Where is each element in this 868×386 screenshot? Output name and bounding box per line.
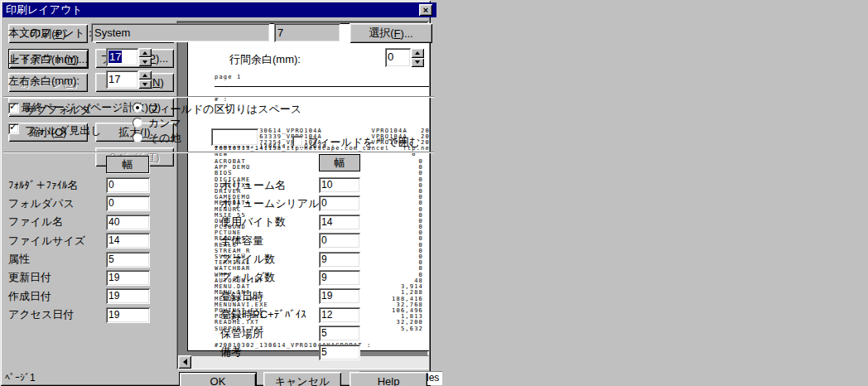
- top-bottom-margin-value: 17: [108, 51, 122, 63]
- separator-comma-radio[interactable]: [133, 118, 142, 128]
- spin-up-button[interactable]: [411, 48, 424, 58]
- field-label: ファイル数: [220, 252, 275, 267]
- dialog-titlebar[interactable]: 印刷レイアウト ×: [2, 2, 436, 17]
- status-page-label: ﾍﾟｰｼﾞ1: [5, 372, 36, 384]
- right-field-column: ボリューム名 10 ボリュームシリアル 0 使用バイト数 14 全体容量 0 フ…: [220, 177, 361, 360]
- radio-dot-icon: [136, 106, 139, 109]
- arrow-up-icon: [142, 74, 147, 77]
- field-width-input[interactable]: 5: [319, 326, 360, 341]
- line-space-spinner[interactable]: 0: [385, 48, 424, 67]
- left-right-margin-label: 左右余白(mm):: [8, 74, 80, 89]
- field-row: フォルダ数 9: [220, 270, 361, 286]
- field-row: アクセス日付 19: [8, 307, 151, 323]
- arrow-down-icon: [142, 83, 147, 86]
- check-icon: ✓: [9, 101, 17, 112]
- field-row: ファイル名 40: [8, 215, 151, 230]
- field-label: 全体容量: [220, 234, 263, 248]
- spin-down-button[interactable]: [411, 58, 424, 68]
- field-row: 備考 5: [220, 345, 361, 360]
- field-row: 作成日付 19: [8, 288, 151, 304]
- field-row: 登録日時 19: [220, 288, 361, 304]
- top-bottom-margin-label: 上下余白(mm):: [8, 52, 80, 67]
- field-label: ボリューム名: [220, 178, 286, 193]
- field-row: ファイルサイズ 14: [8, 233, 151, 248]
- left-right-margin-value: 17: [106, 70, 138, 89]
- font-size-field[interactable]: 7: [274, 23, 340, 42]
- field-width-input[interactable]: 9: [319, 252, 360, 268]
- arrow-up-icon: [415, 51, 420, 55]
- field-row: ファイル数 9: [220, 252, 361, 268]
- field-label: 作成日付: [8, 289, 51, 304]
- help-button[interactable]: Help: [350, 372, 427, 386]
- field-label: 登録時PC+ﾃﾞﾊﾞｲｽ: [220, 307, 306, 322]
- field-width-input[interactable]: 14: [106, 233, 150, 248]
- cancel-button[interactable]: キャンセル: [263, 372, 341, 386]
- separator-space-radio[interactable]: [133, 103, 142, 113]
- field-width-input[interactable]: 19: [319, 288, 360, 304]
- subfolder-checkbox[interactable]: ✓: [8, 103, 19, 113]
- separator: [3, 96, 434, 98]
- field-width-input[interactable]: 10: [319, 177, 360, 193]
- dialog-close-button[interactable]: ×: [419, 4, 432, 16]
- separator-other-input[interactable]: [211, 128, 258, 146]
- field-row: ボリュームシリアル 0: [220, 195, 361, 211]
- field-label: フォルダパス: [8, 196, 75, 211]
- separator-space-label: フィールドの区切りはスペース: [148, 102, 301, 117]
- field-label: フォルダ数: [220, 270, 275, 285]
- field-width-input[interactable]: 19: [106, 307, 150, 323]
- separator-comma-label: カンマ: [148, 116, 181, 131]
- field-width-input[interactable]: 12: [319, 307, 360, 323]
- field-label: 備考: [220, 345, 242, 359]
- arrow-left-icon: [183, 359, 187, 365]
- field-width-input[interactable]: 19: [106, 288, 150, 304]
- field-row: ﾌｫﾙﾀﾞ＋ﾌｧｲﾙ名 0: [8, 177, 151, 193]
- field-row: 更新日付 19: [8, 270, 151, 286]
- field-row: ボリューム名 10: [220, 177, 361, 193]
- ok-button[interactable]: OK: [179, 372, 257, 386]
- field-row: フォルダパス 0: [8, 195, 151, 211]
- field-width-input[interactable]: 0: [106, 195, 150, 211]
- dialog-title: 印刷レイアウト: [6, 2, 83, 17]
- quote-fields-checkbox[interactable]: [292, 136, 303, 147]
- field-width-input[interactable]: 14: [319, 215, 360, 230]
- field-width-input[interactable]: 0: [319, 195, 360, 211]
- width-header-right: 幅: [319, 154, 360, 171]
- top-bottom-margin-spinner[interactable]: 17: [106, 48, 152, 66]
- field-width-input[interactable]: 5: [319, 345, 360, 360]
- field-width-input[interactable]: 9: [319, 270, 360, 286]
- spin-up-button[interactable]: [138, 48, 152, 57]
- check-icon: ✓: [9, 122, 17, 133]
- field-label: ﾌｫﾙﾀﾞ＋ﾌｧｲﾙ名: [8, 178, 79, 193]
- preview-header-rule: [215, 86, 429, 87]
- field-label: ファイル名: [8, 215, 63, 229]
- scroll-left-button[interactable]: [178, 355, 191, 369]
- preview-folder-row: BIOS0: [215, 171, 423, 176]
- left-field-column: ﾌｫﾙﾀﾞ＋ﾌｧｲﾙ名 0 フォルダパス 0 ファイル名 40 ファイルサイズ …: [8, 177, 151, 323]
- width-header-left: 幅: [106, 156, 149, 173]
- field-width-input[interactable]: 0: [106, 177, 150, 193]
- spin-down-button[interactable]: [138, 80, 152, 89]
- spin-down-button[interactable]: [138, 57, 152, 66]
- left-right-margin-spinner[interactable]: 17: [106, 70, 152, 89]
- field-label: 登録日時: [220, 289, 263, 304]
- preview-page-header: page 1: [215, 75, 242, 80]
- font-name-field[interactable]: System: [91, 23, 270, 42]
- field-width-input[interactable]: 40: [106, 215, 150, 230]
- arrow-up-icon: [142, 51, 147, 55]
- field-row: 使用バイト数 14: [220, 215, 361, 230]
- arrow-down-icon: [142, 60, 147, 64]
- field-label: 属性: [8, 252, 30, 267]
- line-space-value: 0: [385, 48, 411, 67]
- field-row: 保管場所 5: [220, 326, 361, 341]
- field-label: 保管場所: [220, 326, 263, 341]
- field-width-input[interactable]: 19: [106, 270, 150, 286]
- field-width-input[interactable]: 5: [106, 252, 150, 268]
- font-select-button[interactable]: 選択(F)...: [350, 23, 432, 43]
- spin-up-button[interactable]: [138, 70, 152, 80]
- field-row: 登録時PC+ﾃﾞﾊﾞｲｽ 12: [220, 307, 361, 323]
- field-label: ボリュームシリアル: [220, 196, 319, 211]
- folder-heading-checkbox[interactable]: ✓: [8, 123, 19, 134]
- subfolder-label: サブフォルダ: [25, 103, 91, 118]
- separator-other-radio[interactable]: [133, 133, 142, 142]
- field-width-input[interactable]: 0: [319, 233, 360, 248]
